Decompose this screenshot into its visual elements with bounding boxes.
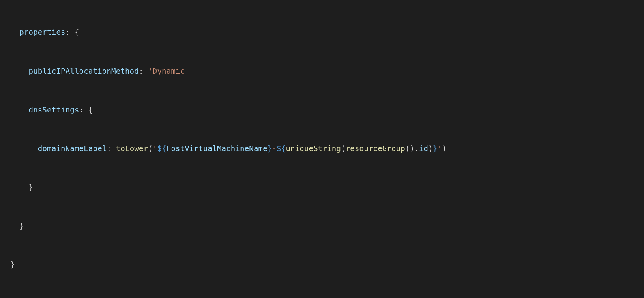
interp-close: }	[268, 144, 272, 153]
interp-open: ${	[157, 144, 166, 153]
string-quote: '	[153, 144, 157, 153]
string-literal: 'Dynamic'	[148, 67, 189, 75]
property-key: properties	[19, 28, 65, 36]
function-call: resourceGroup	[346, 144, 405, 153]
brace-close: }	[29, 183, 34, 191]
variable-ref: HostVirtualMachineName	[167, 144, 268, 153]
property-key: domainNameLabel	[38, 144, 107, 153]
code-line[interactable]: }	[10, 258, 644, 271]
code-line[interactable]: }	[10, 181, 644, 194]
punct: (	[341, 144, 346, 153]
code-line[interactable]: publicIPAllocationMethod: 'Dynamic'	[10, 65, 644, 78]
code-line[interactable]: }	[10, 219, 644, 232]
function-call: toLower	[116, 144, 148, 153]
brace-close: }	[19, 221, 24, 230]
code-line[interactable]: properties: {	[10, 26, 644, 39]
brace-close: }	[10, 260, 15, 269]
punct: : {	[66, 28, 79, 36]
property-key: dnsSettings	[29, 105, 79, 114]
string-text: -	[272, 144, 277, 153]
string-quote: '	[438, 144, 442, 153]
punct: )	[442, 144, 447, 153]
interp-open: ${	[277, 144, 286, 153]
punct: ().	[405, 144, 419, 153]
punct: :	[107, 144, 116, 153]
punct: )	[428, 144, 433, 153]
code-line[interactable]: dnsSettings: {	[10, 103, 644, 116]
punct: :	[139, 67, 148, 75]
interp-close: }	[433, 144, 438, 153]
code-editor[interactable]: properties: { publicIPAllocationMethod: …	[0, 0, 644, 298]
variable-ref: id	[419, 144, 428, 153]
property-key: publicIPAllocationMethod	[29, 67, 139, 75]
punct: : {	[79, 105, 93, 114]
function-call: uniqueString	[286, 144, 341, 153]
code-line[interactable]: domainNameLabel: toLower('${HostVirtualM…	[10, 142, 644, 155]
punct: (	[148, 144, 153, 153]
